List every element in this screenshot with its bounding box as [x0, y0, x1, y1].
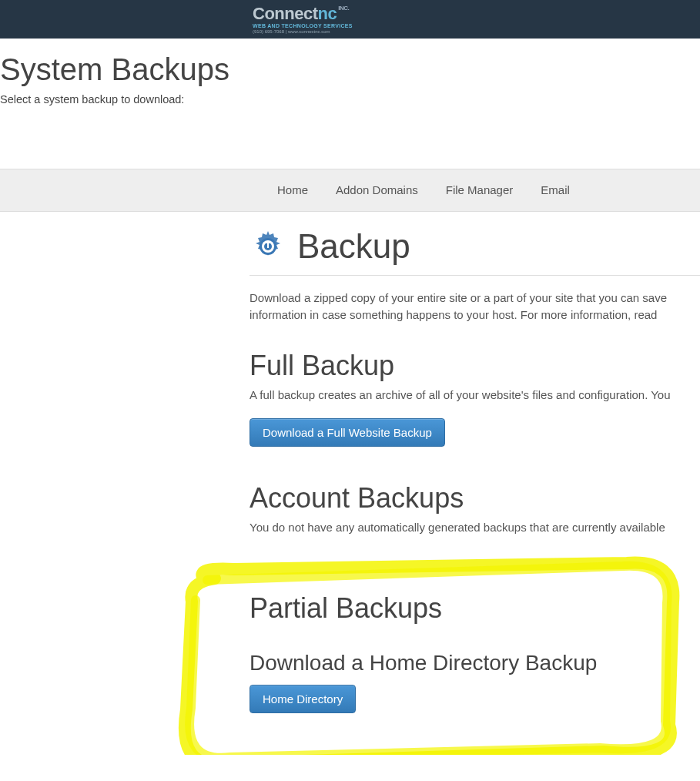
partial-backups-section: Partial Backups Download a Home Director… — [250, 578, 700, 755]
logo-tagline: WEB AND TECHNOLOGY SERVICES — [253, 23, 353, 28]
page-title: System Backups — [0, 52, 700, 87]
download-full-backup-button[interactable]: Download a Full Website Backup — [250, 418, 445, 447]
top-band: ConnectncINC. WEB AND TECHNOLOGY SERVICE… — [0, 0, 700, 39]
section-head: Backup — [250, 227, 700, 276]
nav-email[interactable]: Email — [527, 169, 584, 212]
logo: ConnectncINC. WEB AND TECHNOLOGY SERVICE… — [253, 5, 353, 34]
home-directory-backup-title: Download a Home Directory Backup — [250, 651, 700, 675]
logo-text-left: Connect — [253, 4, 318, 23]
nav-bar: Home Addon Domains File Manager Email — [0, 169, 700, 212]
gear-backup-icon — [250, 228, 286, 265]
nav-home[interactable]: Home — [263, 169, 322, 212]
account-backups-desc: You do not have any automatically genera… — [250, 521, 700, 534]
nav-file-manager[interactable]: File Manager — [432, 169, 528, 212]
intro: System Backups Select a system backup to… — [0, 39, 700, 106]
logo-inc: INC. — [338, 5, 349, 12]
logo-contact: (910) 695-7068 | www.connectnc.com — [253, 29, 353, 34]
backup-description: Download a zipped copy of your entire si… — [250, 290, 700, 323]
account-backups-title: Account Backups — [250, 482, 700, 515]
full-backup-title: Full Backup — [250, 350, 700, 382]
backup-heading: Backup — [297, 227, 410, 266]
full-backup-desc: A full backup creates an archive of all … — [250, 388, 700, 401]
logo-main: ConnectncINC. — [253, 5, 353, 22]
page-subtitle: Select a system backup to download: — [0, 93, 700, 106]
logo-text-right: nc — [318, 4, 337, 23]
nav-addon-domains[interactable]: Addon Domains — [322, 169, 432, 212]
partial-backups-title: Partial Backups — [250, 592, 700, 625]
content: Backup Download a zipped copy of your en… — [0, 212, 700, 755]
home-directory-button[interactable]: Home Directory — [250, 685, 356, 713]
